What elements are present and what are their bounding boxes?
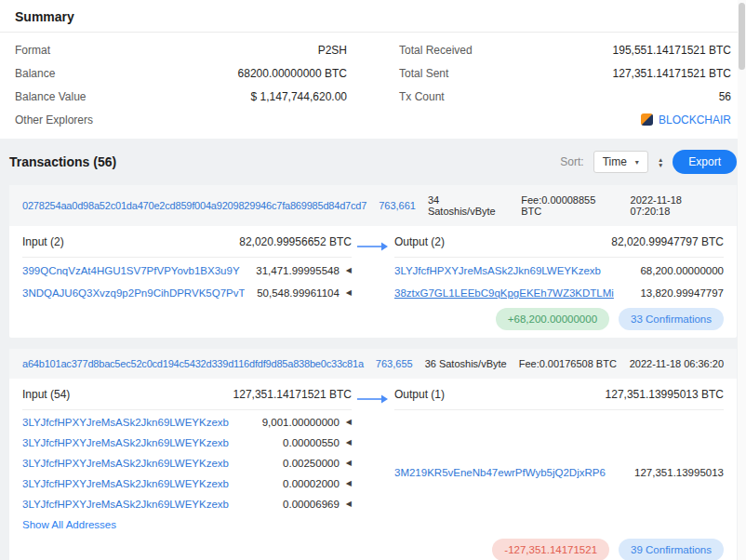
sort-selected-value: Time	[603, 155, 627, 168]
outputs-header: Output (2) 82,020.99947797 BTC	[394, 233, 724, 258]
total-received-value: 195,551.14171521 BTC	[613, 44, 731, 57]
input-row: 3LYJfcfHPXYJreMsASk2Jkn69LWEYKzexb 0.002…	[22, 453, 352, 473]
confirmations-badge: 39 Confirmations	[619, 539, 724, 560]
outputs-header: Output (1) 127,351.13995013 BTC	[394, 386, 724, 410]
output-row: 38ztxG7GL1LEEbC9qKpgEKEh7WZ3KDTLMi 13,82…	[394, 282, 724, 304]
summary-body: Format P2SH Balance 68200.00000000 BTC B…	[0, 33, 746, 131]
output-address-link[interactable]: 3LYJfcfHPXYJreMsASk2Jkn69LWEYKzexb	[394, 265, 601, 276]
outputs-total: 127,351.13995013 BTC	[606, 388, 724, 401]
confirmations-badge: 33 Confirmations	[619, 308, 724, 330]
balance-value-label: Balance Value	[15, 90, 87, 103]
total-sent-label: Total Sent	[399, 67, 448, 80]
inputs-column: Input (2) 82,020.99956652 BTC 399QCnqVzA…	[22, 233, 352, 304]
sort-desc-icon: ▼	[658, 163, 663, 167]
output-rows: 3M219KR5vEneNb47ewrPfWyb5jQ2DjxRP6 127,3…	[394, 410, 724, 535]
output-amount: 13,820.99947797	[631, 287, 724, 299]
outputs-label: Output (2)	[394, 235, 445, 248]
blockchair-link[interactable]: BLOCKCHAIR	[641, 113, 731, 127]
input-amount: 50,548.99961104	[247, 287, 340, 299]
outputs-column: Output (2) 82,020.99947797 BTC 3LYJfcfHP…	[394, 233, 724, 304]
input-address-link[interactable]: 3NDQAJU6Q3Xvzq9p2Pn9CihDPRVK5Q7PvT	[22, 287, 245, 299]
block-height-link[interactable]: 763,661	[379, 200, 416, 211]
summary-row-format: Format P2SH	[15, 38, 347, 61]
transaction-header: 0278254aa0d98a52c01da470e2cd859f004a9209…	[9, 185, 737, 226]
sort-asc-icon: ▲	[658, 157, 663, 162]
output-row: 3LYJfcfHPXYJreMsASk2Jkn69LWEYKzexb 68,20…	[394, 260, 724, 282]
sort-label: Sort:	[560, 155, 583, 168]
format-value: P2SH	[318, 44, 347, 57]
inputs-header: Input (2) 82,020.99956652 BTC	[22, 233, 352, 258]
export-button[interactable]: Export	[673, 150, 737, 174]
input-amount: 0.00006969	[273, 499, 340, 510]
inputs-total: 82,020.99956652 BTC	[239, 235, 352, 248]
input-row: 3LYJfcfHPXYJreMsASk2Jkn69LWEYKzexb 0.000…	[22, 433, 352, 453]
input-address-link[interactable]: 3LYJfcfHPXYJreMsASk2Jkn69LWEYKzexb	[22, 499, 229, 510]
input-amount: 0.00000550	[273, 437, 340, 448]
arrow-right-icon	[357, 393, 389, 405]
outputs-total: 82,020.99947797 BTC	[611, 235, 724, 248]
output-amount: 127,351.13995013	[625, 467, 724, 478]
flow-arrow	[352, 386, 394, 535]
transaction-hash-link[interactable]: a64b101ac377d8bac5ec52c0cd194c5432d339d1…	[22, 358, 364, 369]
transaction-hash-link[interactable]: 0278254aa0d98a52c01da470e2cd859f004a9209…	[22, 200, 366, 211]
balance-value: 68200.00000000 BTC	[238, 67, 347, 80]
blockchair-link-label: BLOCKCHAIR	[659, 113, 731, 127]
output-amount: 68,200.00000000	[631, 265, 724, 276]
net-amount-badge: -127,351.14171521	[492, 539, 609, 560]
output-address-link[interactable]: 3M219KR5vEneNb47ewrPfWyb5jQ2DjxRP6	[394, 467, 606, 478]
scrollbar-thumb[interactable]	[739, 3, 745, 70]
sort-select[interactable]: Time ▾	[593, 151, 648, 173]
input-address-link[interactable]: 3LYJfcfHPXYJreMsASk2Jkn69LWEYKzexb	[22, 458, 229, 469]
input-amount: 9,001.00000000	[253, 417, 340, 428]
input-address-link[interactable]: 3LYJfcfHPXYJreMsASk2Jkn69LWEYKzexb	[22, 478, 229, 489]
summary-row-total-received: Total Received 195,551.14171521 BTC	[399, 38, 731, 61]
input-address-link[interactable]: 3LYJfcfHPXYJreMsASk2Jkn69LWEYKzexb	[22, 417, 229, 428]
balance-usd-value: $ 1,147,744,620.00	[251, 90, 347, 103]
transaction-timestamp: 2022-11-18 06:36:20	[630, 358, 724, 369]
inputs-total: 127,351.14171521 BTC	[233, 388, 352, 401]
show-all-addresses-link[interactable]: Show All Addresses	[22, 514, 352, 535]
transactions-topbar: Transactions (56) Sort: Time ▾ ▲ ▼ Expor…	[9, 150, 737, 174]
transaction-body: Input (2) 82,020.99956652 BTC 399QCnqVzA…	[9, 226, 737, 304]
fee-amount: Fee:0.00008855 BTC	[521, 194, 618, 217]
summary-row-balance: Balance 68200.00000000 BTC	[15, 61, 347, 85]
transaction-header: a64b101ac377d8bac5ec52c0cd194c5432d339d1…	[9, 349, 737, 379]
summary-row-other-explorers: Other Explorers BLOCKCHAIR	[15, 108, 731, 131]
transaction-body: Input (54) 127,351.14171521 BTC 3LYJfcfH…	[9, 379, 737, 535]
outputs-column: Output (1) 127,351.13995013 BTC 3M219KR5…	[394, 386, 724, 535]
input-address-link[interactable]: 3LYJfcfHPXYJreMsASk2Jkn69LWEYKzexb	[22, 437, 229, 448]
scrollbar-track[interactable]	[738, 0, 746, 560]
transaction-badges: -127,351.14171521 39 Confirmations	[9, 535, 737, 560]
fee-rate: 34 Satoshis/vByte	[428, 194, 509, 217]
total-sent-value: 127,351.14171521 BTC	[613, 67, 731, 80]
arrow-right-icon	[357, 241, 389, 252]
output-address-link[interactable]: 38ztxG7GL1LEEbC9qKpgEKEh7WZ3KDTLMi	[394, 287, 614, 299]
transactions-controls: Sort: Time ▾ ▲ ▼ Export	[560, 150, 737, 174]
tx-count-value: 56	[719, 90, 731, 103]
summary-right-column: Total Received 195,551.14171521 BTC Tota…	[399, 38, 731, 108]
inputs-label: Input (2)	[22, 235, 64, 248]
input-row: 3LYJfcfHPXYJreMsASk2Jkn69LWEYKzexb 9,001…	[22, 412, 352, 433]
input-row: 3NDQAJU6Q3Xvzq9p2Pn9CihDPRVK5Q7PvT 50,54…	[22, 282, 352, 304]
transactions-title: Transactions (56)	[9, 154, 116, 169]
format-label: Format	[15, 44, 50, 57]
transaction-card: 0278254aa0d98a52c01da470e2cd859f004a9209…	[9, 185, 737, 338]
input-amount: 0.00250000	[273, 458, 340, 469]
input-rows: 3LYJfcfHPXYJreMsASk2Jkn69LWEYKzexb 9,001…	[22, 410, 352, 535]
summary-row-balance-value: Balance Value $ 1,147,744,620.00	[15, 85, 347, 108]
transactions-section: Transactions (56) Sort: Time ▾ ▲ ▼ Expor…	[0, 139, 746, 560]
inputs-label: Input (54)	[22, 388, 70, 401]
output-rows: 3LYJfcfHPXYJreMsASk2Jkn69LWEYKzexb 68,20…	[394, 258, 724, 304]
input-address-link[interactable]: 399QCnqVzAt4HGU1SV7PfVPYovb1BX3u9Y	[22, 265, 240, 276]
balance-label: Balance	[15, 67, 55, 80]
inputs-column: Input (54) 127,351.14171521 BTC 3LYJfcfH…	[22, 386, 352, 535]
summary-section: Summary Format P2SH Balance 68200.000000…	[0, 0, 746, 139]
transaction-badges: +68,200.00000000 33 Confirmations	[9, 304, 737, 338]
block-height-link[interactable]: 763,655	[376, 358, 413, 369]
inputs-header: Input (54) 127,351.14171521 BTC	[22, 386, 352, 410]
sort-direction-toggle[interactable]: ▲ ▼	[658, 157, 663, 167]
chevron-down-icon: ▾	[635, 158, 639, 167]
summary-left-column: Format P2SH Balance 68200.00000000 BTC B…	[15, 38, 347, 108]
input-row: 3LYJfcfHPXYJreMsASk2Jkn69LWEYKzexb 0.000…	[22, 473, 352, 494]
blockchair-icon	[641, 113, 653, 126]
